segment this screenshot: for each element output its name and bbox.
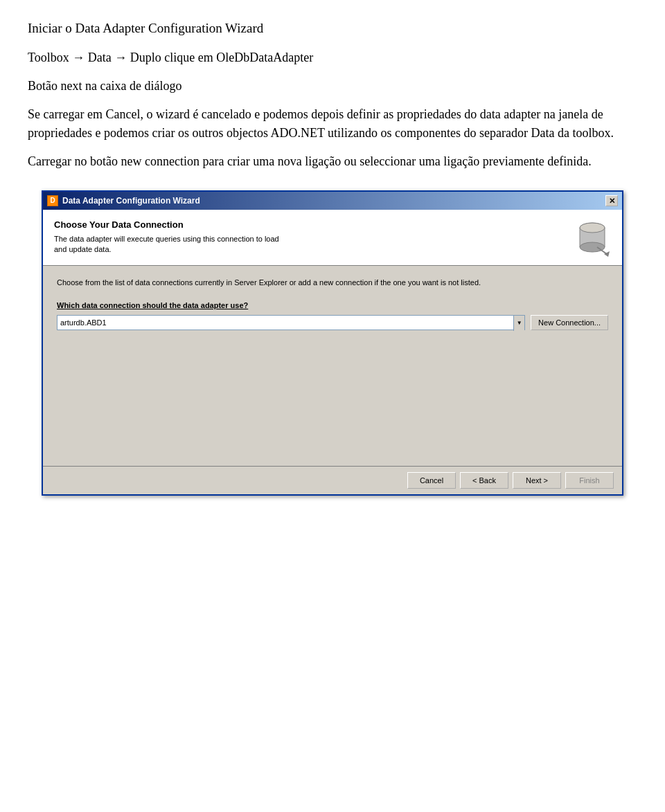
page-title: Iniciar o Data Adapter Configuration Wiz…	[28, 21, 637, 36]
dialog-footer: Cancel < Back Next > Finish	[43, 466, 622, 494]
dialog-header-title: Choose Your Data Connection	[54, 219, 567, 230]
instruction-toolbox: Toolbox → Data → Duplo clique em OleDbDa…	[28, 48, 637, 67]
finish-button[interactable]: Finish	[565, 472, 614, 489]
connection-row: arturdb.ABD1 ▼ New Connection...	[57, 315, 608, 330]
dialog-app-icon: D	[47, 195, 58, 206]
dropdown-arrow-icon[interactable]: ▼	[513, 316, 524, 331]
connection-value: arturdb.ABD1	[57, 316, 513, 330]
instruction-next-btn: Botão next na caixa de diálogo	[28, 77, 637, 96]
next-button[interactable]: Next >	[513, 472, 561, 489]
dialog-header-description: The data adapter will execute queries us…	[54, 234, 567, 255]
instruction-new-connection: Carregar no botão new connection para cr…	[28, 152, 637, 171]
dialog-header: Choose Your Data Connection The data ada…	[43, 210, 622, 266]
dialog-close-button[interactable]: ✕	[605, 195, 618, 206]
svg-point-5	[580, 223, 605, 233]
instruction-cancel: Se carregar em Cancel, o wizard é cancel…	[28, 105, 637, 143]
dialog-window: D Data Adapter Configuration Wizard ✕ Ch…	[42, 190, 623, 496]
content-description: Choose from the list of data connections…	[57, 277, 608, 289]
dialog-content: Choose from the list of data connections…	[43, 266, 622, 466]
dialog-title: Data Adapter Configuration Wizard	[62, 196, 200, 206]
new-connection-button[interactable]: New Connection...	[531, 315, 608, 330]
back-button[interactable]: < Back	[460, 472, 508, 489]
connection-dropdown[interactable]: arturdb.ABD1 ▼	[57, 315, 525, 330]
database-icon	[574, 219, 611, 257]
dialog-titlebar: D Data Adapter Configuration Wizard ✕	[43, 192, 622, 210]
cancel-button[interactable]: Cancel	[407, 472, 456, 489]
connection-label: Which data connection should the data ad…	[57, 301, 608, 309]
